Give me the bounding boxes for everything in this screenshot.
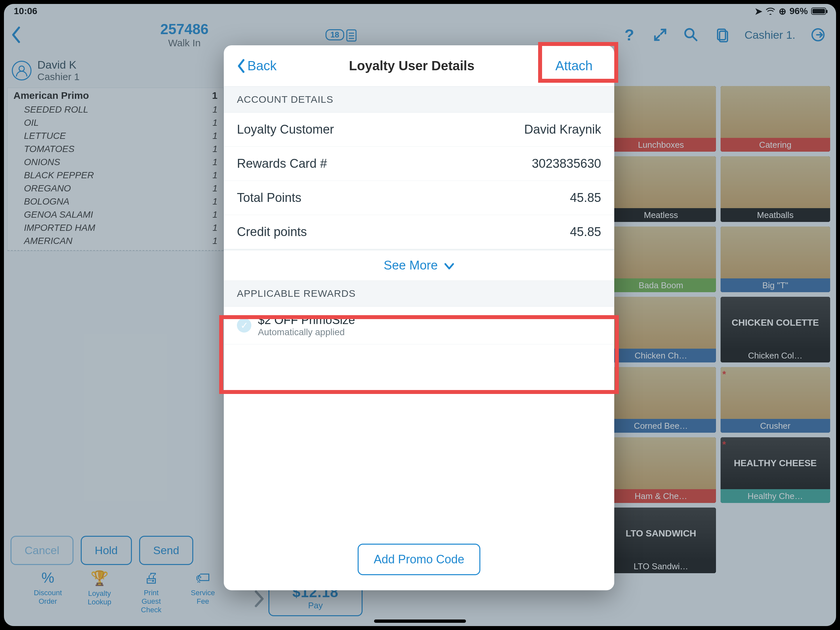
rewards-card-row: Rewards Card # 3023835630 xyxy=(224,147,614,181)
check-icon: ✓ xyxy=(237,318,251,332)
reward-title: $2 OFF PrimoSize xyxy=(258,313,355,327)
add-promo-code-button[interactable]: Add Promo Code xyxy=(358,544,480,575)
row-value: 3023835630 xyxy=(532,157,601,171)
home-indicator xyxy=(374,619,466,623)
row-value: 45.85 xyxy=(570,225,601,239)
modal-title: Loyalty User Details xyxy=(349,59,474,73)
loyalty-modal: Back Loyalty User Details Attach ACCOUNT… xyxy=(224,45,614,590)
row-label: Loyalty Customer xyxy=(237,122,334,136)
credit-points-row: Credit points 45.85 xyxy=(224,215,614,249)
row-label: Rewards Card # xyxy=(237,157,327,171)
row-label: Total Points xyxy=(237,191,301,205)
see-more-button[interactable]: See More xyxy=(224,249,614,281)
loyalty-customer-row: Loyalty Customer David Kraynik xyxy=(224,112,614,147)
applicable-rewards-header: APPLICABLE REWARDS xyxy=(224,281,614,307)
row-value: 45.85 xyxy=(570,191,601,205)
reward-row[interactable]: ✓ $2 OFF PrimoSize Automatically applied xyxy=(224,307,614,344)
see-more-label: See More xyxy=(384,258,438,272)
row-label: Credit points xyxy=(237,225,307,239)
modal-back-button[interactable]: Back xyxy=(237,59,276,73)
total-points-row: Total Points 45.85 xyxy=(224,181,614,215)
account-details-header: ACCOUNT DETAILS xyxy=(224,87,614,112)
row-value: David Kraynik xyxy=(524,122,601,136)
attach-button[interactable]: Attach xyxy=(547,52,601,80)
modal-back-label: Back xyxy=(248,59,276,73)
reward-subtitle: Automatically applied xyxy=(258,327,355,337)
